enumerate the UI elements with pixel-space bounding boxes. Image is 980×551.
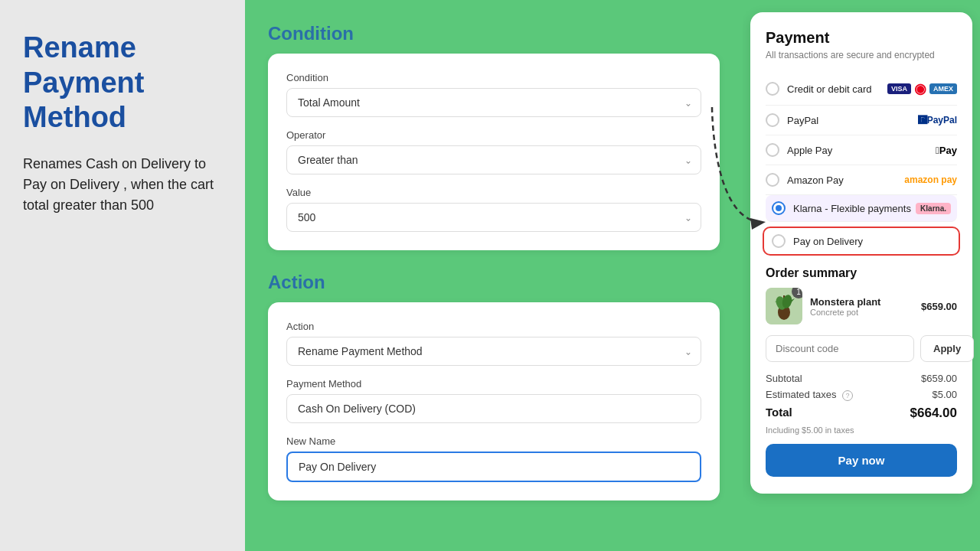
payment-subtitle: All transactions are secure and encrypte… xyxy=(766,50,957,60)
taxes-label: Estimated taxes ? xyxy=(766,389,853,401)
payment-option-applepay[interactable]: Apple Pay Pay xyxy=(766,135,957,165)
payment-name-credit: Credit or debit card xyxy=(787,83,872,95)
page-title: Rename Payment Method xyxy=(23,31,222,135)
payment-option-paypal[interactable]: PayPal 🅿‍PayPal xyxy=(766,106,957,135)
value-label: Value xyxy=(286,187,701,198)
paypal-logo: 🅿‍PayPal xyxy=(918,115,957,126)
subtotal-line: Subtotal $659.00 xyxy=(766,373,957,384)
apply-button[interactable]: Apply xyxy=(920,335,974,362)
total-value: $664.00 xyxy=(910,406,957,421)
mc-logo: ◉ xyxy=(914,80,926,97)
value-select[interactable]: 500 xyxy=(286,203,701,232)
condition-card: Condition Total Amount Operator Greater … xyxy=(268,54,720,250)
payment-option-pod[interactable]: Pay on Delivery xyxy=(763,227,960,256)
taxes-value: $5.00 xyxy=(932,389,957,401)
middle-panel: Condition Condition Total Amount Operato… xyxy=(245,0,743,551)
payment-option-amazon[interactable]: Amazon Pay amazon pay xyxy=(766,165,957,195)
new-name-input[interactable] xyxy=(286,452,701,482)
card-logos: VISA ◉ AMEX xyxy=(887,80,957,97)
amex-logo: AMEX xyxy=(929,83,957,94)
product-row: 1 Monstera plant Concrete pot $659.00 xyxy=(766,288,957,324)
payment-option-credit[interactable]: Credit or debit card VISA ◉ AMEX xyxy=(766,73,957,106)
radio-klarna[interactable] xyxy=(772,201,786,215)
payment-name-pod: Pay on Delivery xyxy=(793,236,863,247)
condition-select[interactable]: Total Amount xyxy=(286,88,701,117)
action-select[interactable]: Rename Payment Method xyxy=(286,337,701,366)
order-summary-title: Order summary xyxy=(766,266,957,280)
subtotal-label: Subtotal xyxy=(766,373,802,384)
payment-method-label: Payment Method xyxy=(286,378,701,390)
condition-section: Condition Condition Total Amount Operato… xyxy=(268,23,720,250)
product-image: 1 xyxy=(766,288,802,324)
total-line: Total $664.00 xyxy=(766,406,957,421)
action-card: Action Rename Payment Method Payment Met… xyxy=(268,302,720,500)
action-title: Action xyxy=(268,272,720,293)
payment-title: Payment xyxy=(766,29,957,47)
left-panel: Rename Payment Method Renames Cash on De… xyxy=(0,0,245,551)
payment-name-paypal: PayPal xyxy=(787,115,818,126)
discount-input[interactable] xyxy=(766,335,914,362)
subtotal-value: $659.00 xyxy=(921,373,957,384)
new-name-label: New Name xyxy=(286,435,701,447)
product-price: $659.00 xyxy=(921,301,957,312)
product-name: Monstera plant xyxy=(810,296,913,308)
right-panel: Payment All transactions are secure and … xyxy=(743,0,980,551)
taxes-line: Estimated taxes ? $5.00 xyxy=(766,389,957,401)
condition-label: Condition xyxy=(286,72,701,83)
applepay-logo: Pay xyxy=(936,145,957,156)
tax-note: Including $5.00 in taxes xyxy=(766,425,957,435)
action-section: Action Action Rename Payment Method Paym… xyxy=(268,272,720,500)
product-sub: Concrete pot xyxy=(810,308,913,317)
payment-name-applepay: Apple Pay xyxy=(787,145,832,156)
page-description: Renames Cash on Delivery to Pay on Deliv… xyxy=(23,154,222,216)
payment-name-klarna: Klarna - Flexible payments xyxy=(793,203,911,214)
pay-now-button[interactable]: Pay now xyxy=(766,444,957,477)
klarna-logo: Klarna. xyxy=(916,203,951,214)
product-info: Monstera plant Concrete pot xyxy=(810,296,913,317)
operator-select[interactable]: Greater than xyxy=(286,145,701,174)
visa-logo: VISA xyxy=(887,83,911,94)
info-icon: ? xyxy=(842,390,853,401)
action-label: Action xyxy=(286,321,701,332)
radio-paypal[interactable] xyxy=(766,113,779,127)
payment-option-klarna[interactable]: Klarna - Flexible payments Klarna. xyxy=(766,195,957,222)
discount-row: Apply xyxy=(766,335,957,362)
amazon-logo: amazon pay xyxy=(904,174,957,185)
payment-card: Payment All transactions are secure and … xyxy=(750,12,972,494)
payment-name-amazon: Amazon Pay xyxy=(787,174,844,186)
payment-method-input[interactable] xyxy=(286,394,701,423)
radio-credit[interactable] xyxy=(766,82,779,96)
operator-label: Operator xyxy=(286,129,701,141)
condition-title: Condition xyxy=(268,23,720,44)
radio-pod[interactable] xyxy=(772,234,786,248)
radio-amazon[interactable] xyxy=(766,173,779,187)
total-label: Total xyxy=(766,406,792,421)
radio-applepay[interactable] xyxy=(766,143,779,157)
